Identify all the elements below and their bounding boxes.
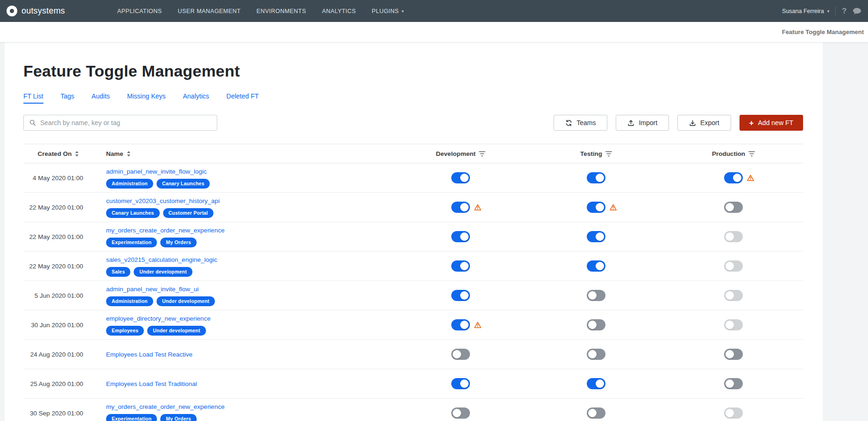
development-cell — [393, 349, 528, 360]
testing-cell — [528, 260, 664, 272]
breadcrumb-bar: Feature Toggle Management — [0, 22, 868, 42]
feature-toggle-link[interactable]: admin_panel_new_invite_flow_ui — [106, 286, 199, 293]
testing-cell — [528, 378, 664, 389]
tag-badge: My Orders — [160, 238, 197, 247]
chat-icon[interactable] — [853, 7, 861, 15]
development-toggle[interactable] — [451, 260, 470, 272]
development-cell — [393, 290, 528, 301]
tab-deleted-ft[interactable]: Deleted FT — [227, 92, 259, 104]
add-new-ft-button[interactable]: + Add new FT — [740, 115, 803, 131]
tag-badge: Employees — [106, 326, 144, 336]
production-cell — [664, 319, 803, 330]
feature-toggle-link[interactable]: Employees Load Test Reactive — [106, 351, 192, 358]
testing-cell — [528, 172, 664, 183]
caret-down-icon: ▾ — [827, 9, 830, 14]
table-row: 30 Jun 2020 01:00 employee_directory_new… — [23, 310, 803, 340]
table-row: 22 May 2020 01:00 customer_v20203_custom… — [23, 193, 803, 222]
production-toggle[interactable] — [724, 260, 743, 272]
development-cell — [393, 172, 528, 183]
sort-icon[interactable] — [127, 151, 131, 157]
caret-down-icon: ▾ — [402, 9, 404, 14]
created-on-cell: 30 Jun 2020 01:00 — [23, 322, 93, 329]
teams-button[interactable]: Teams — [554, 115, 607, 131]
tab-analytics[interactable]: Analytics — [183, 92, 209, 104]
feature-toggle-table: Created On Name Development — [23, 144, 803, 421]
search-input[interactable] — [40, 119, 211, 126]
development-toggle[interactable] — [451, 378, 470, 389]
development-cell — [393, 260, 528, 272]
filter-icon[interactable] — [748, 151, 755, 156]
development-toggle[interactable] — [451, 319, 470, 330]
testing-toggle[interactable] — [587, 202, 605, 213]
nav-item-applications[interactable]: APPLICATIONS — [117, 8, 162, 14]
tag-list: SalesUnder development — [106, 267, 393, 277]
teams-button-label: Teams — [576, 119, 596, 126]
production-toggle[interactable] — [724, 407, 743, 419]
development-toggle[interactable] — [451, 231, 470, 242]
help-icon[interactable]: ? — [842, 7, 847, 15]
development-toggle[interactable] — [451, 349, 470, 360]
testing-toggle[interactable] — [587, 231, 605, 242]
tab-ft-list[interactable]: FT List — [23, 92, 43, 104]
tab-missing-keys[interactable]: Missing Keys — [127, 92, 165, 104]
production-toggle[interactable] — [724, 378, 743, 389]
production-cell — [664, 202, 803, 213]
feature-toggle-link[interactable]: my_orders_create_order_new_experience — [106, 227, 225, 234]
testing-toggle[interactable] — [587, 172, 605, 183]
development-toggle[interactable] — [451, 407, 470, 419]
filter-icon[interactable] — [479, 151, 485, 156]
nav-item-analytics[interactable]: ANALYTICS — [322, 8, 356, 14]
production-toggle[interactable] — [724, 172, 743, 183]
feature-toggle-link[interactable]: my_orders_create_order_new_experience — [106, 403, 225, 410]
column-header-production: Production — [664, 150, 803, 157]
testing-toggle[interactable] — [587, 407, 605, 419]
download-icon — [689, 119, 696, 126]
production-cell — [664, 172, 803, 183]
nav-item-environments[interactable]: ENVIRONMENTS — [256, 8, 306, 14]
feature-toggle-link[interactable]: Employees Load Test Traditional — [106, 380, 197, 387]
column-label: Testing — [580, 150, 602, 157]
testing-toggle[interactable] — [587, 319, 605, 330]
plus-icon: + — [749, 119, 754, 127]
name-cell: sales_v20215_calculation_engine_logic Sa… — [93, 255, 393, 277]
export-button-label: Export — [700, 119, 719, 126]
testing-toggle[interactable] — [587, 349, 605, 360]
production-toggle[interactable] — [724, 290, 743, 301]
outsystems-logo[interactable]: outsystems — [7, 6, 65, 16]
feature-toggle-link[interactable]: admin_panel_new_invite_flow_logic — [106, 168, 206, 175]
production-toggle[interactable] — [724, 202, 743, 213]
feature-toggle-link[interactable]: customer_v20203_customer_history_api — [106, 197, 220, 204]
nav-item-label: ANALYTICS — [322, 8, 356, 14]
production-toggle[interactable] — [724, 319, 743, 330]
feature-toggle-link[interactable]: sales_v20215_calculation_engine_logic — [106, 256, 217, 263]
tab-audits[interactable]: Audits — [92, 92, 110, 104]
testing-toggle[interactable] — [587, 260, 605, 272]
production-toggle[interactable] — [724, 231, 743, 242]
production-toggle[interactable] — [724, 349, 743, 360]
feature-toggle-link[interactable]: employee_directory_new_experience — [106, 315, 211, 322]
sort-icon[interactable] — [75, 151, 79, 157]
testing-toggle[interactable] — [587, 290, 605, 301]
user-menu[interactable]: Susana Ferreira ▾ — [782, 8, 829, 14]
testing-toggle[interactable] — [587, 378, 605, 389]
tag-list: ExperimentationMy Orders — [106, 414, 393, 421]
tag-badge: Experimentation — [106, 238, 157, 247]
production-cell — [664, 290, 803, 301]
nav-item-user-management[interactable]: USER MANAGEMENT — [178, 8, 241, 14]
export-button[interactable]: Export — [677, 115, 731, 131]
name-cell: employee_directory_new_experience Employ… — [93, 314, 393, 336]
breadcrumb: Feature Toggle Management — [782, 28, 864, 35]
name-cell: Employees Load Test Reactive — [93, 350, 393, 358]
development-toggle[interactable] — [451, 172, 470, 183]
brand-name: outsystems — [21, 6, 65, 16]
table-header: Created On Name Development — [23, 144, 803, 163]
main-area: Feature Toggle Management FT ListTagsAud… — [0, 42, 868, 421]
import-button[interactable]: Import — [616, 115, 669, 131]
development-toggle[interactable] — [451, 202, 470, 213]
tag-list: AdministrationUnder development — [106, 296, 393, 306]
tag-list: Canary LaunchesCustomer Portal — [106, 208, 393, 218]
filter-icon[interactable] — [605, 151, 612, 156]
development-toggle[interactable] — [451, 290, 470, 301]
nav-item-plugins[interactable]: PLUGINS ▾ — [372, 8, 404, 14]
tab-tags[interactable]: Tags — [61, 92, 75, 104]
